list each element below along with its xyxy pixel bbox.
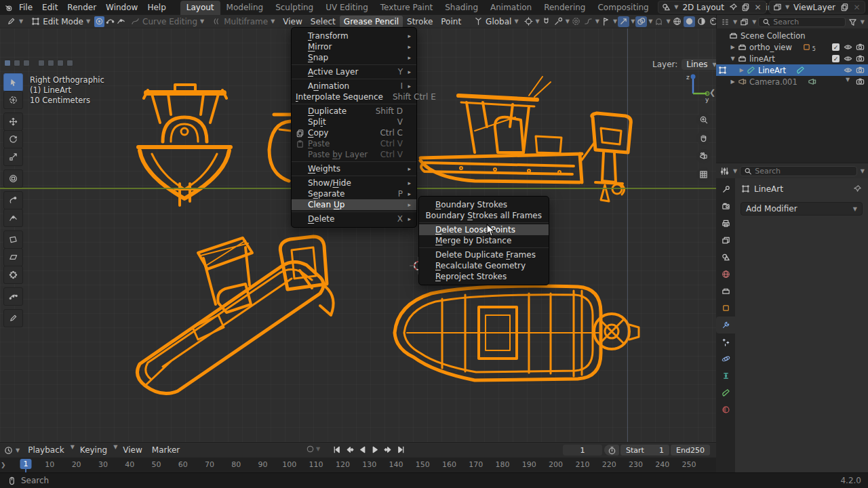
properties-tab-physics[interactable] <box>716 350 735 367</box>
properties-tab-world[interactable] <box>716 266 735 283</box>
tool-radius[interactable] <box>3 209 23 227</box>
blender-logo-icon[interactable] <box>4 3 14 13</box>
menu-item-paste[interactable]: PasteCtrl V <box>292 138 416 149</box>
timeline-menu-playback[interactable]: Playback <box>24 444 68 456</box>
disclosure-triangle[interactable]: ▶ <box>729 44 736 50</box>
checkbox-checked[interactable]: ✓ <box>832 55 840 62</box>
app-menu-file[interactable]: File <box>14 1 37 14</box>
jump-to-start-button[interactable] <box>331 444 342 455</box>
nav-pan-button[interactable] <box>696 131 711 145</box>
scene-selector[interactable]: ▼ 2D Layout ✕ <box>658 1 766 14</box>
tool-annotate[interactable] <box>3 309 23 327</box>
menu-item-boundary-strokes[interactable]: Boundary Strokes <box>419 199 549 210</box>
tool-bend[interactable] <box>3 230 23 249</box>
tool-extrude[interactable] <box>3 191 23 209</box>
shading-material[interactable] <box>696 16 707 27</box>
outliner-row-lineart[interactable]: ▼lineArt✓ <box>716 53 868 64</box>
tool-rotate[interactable] <box>3 130 23 148</box>
snap-magnet[interactable] <box>540 16 552 27</box>
workspace-tab-sculpting[interactable]: Sculpting <box>269 1 319 15</box>
properties-tab-view-layer[interactable] <box>716 232 735 249</box>
workspace-tab-uv-editing[interactable]: UV Editing <box>319 1 374 15</box>
disclosure-triangle[interactable]: ▼ <box>729 56 736 62</box>
outliner-filter-image-icon[interactable] <box>739 17 749 27</box>
eye-visibility-icon[interactable] <box>842 54 853 64</box>
tool-transform[interactable] <box>3 169 23 188</box>
app-menu-render[interactable]: Render <box>62 1 101 14</box>
menu-item-snap[interactable]: Snap▸ <box>292 52 416 63</box>
show-gizmo[interactable] <box>600 16 612 27</box>
properties-search-input[interactable] <box>755 167 853 176</box>
outliner-row-ortho-view[interactable]: ▶ortho_view5✓ <box>716 41 868 53</box>
workspace-tab-modeling[interactable]: Modeling <box>220 1 270 15</box>
timeline-menu-keying[interactable]: Keying <box>76 444 111 456</box>
outliner-row-scene-collection[interactable]: Scene Collection <box>716 30 868 41</box>
previous-keyframe-button[interactable] <box>344 444 355 455</box>
navigation-gizmo[interactable]: z y <box>681 72 711 104</box>
menu-item-clean-up[interactable]: Clean Up▸ <box>292 199 416 210</box>
tool-tweak-select-box[interactable] <box>3 73 23 92</box>
properties-tab-render[interactable] <box>716 198 735 215</box>
close-icon[interactable]: ✕ <box>753 2 763 12</box>
filter-funnel-icon[interactable] <box>848 17 858 27</box>
menu-point[interactable]: Point <box>437 16 465 28</box>
tool-shear[interactable] <box>3 248 23 266</box>
shading-solid[interactable] <box>684 16 695 27</box>
close-icon[interactable]: ✕ <box>852 2 862 12</box>
camera-render-toggle-icon[interactable] <box>854 42 865 52</box>
camera-render-toggle-icon[interactable] <box>854 65 865 75</box>
tool-move[interactable] <box>3 113 23 131</box>
properties-tab-tool[interactable] <box>716 181 735 198</box>
properties-tab-output[interactable] <box>716 215 735 232</box>
editor-type-selector[interactable]: ▼ <box>3 16 26 27</box>
menu-view[interactable]: View <box>279 16 306 28</box>
layer-dropdown[interactable]: Lines ▼ <box>682 59 716 70</box>
menu-item-show-hide[interactable]: Show/Hide▸ <box>292 178 416 188</box>
outliner-row-camera-001[interactable]: ▶Camera.001▼ <box>716 76 868 87</box>
app-menu-window[interactable]: Window <box>101 1 142 14</box>
snap-target[interactable] <box>553 16 564 27</box>
tool-to-sphere[interactable] <box>3 266 23 284</box>
menu-select[interactable]: Select <box>307 16 340 28</box>
pivot-point[interactable] <box>523 16 534 27</box>
menu-item-active-layer[interactable]: Active LayerY▸ <box>292 66 416 77</box>
timeline-expand-chevron[interactable]: ❯ <box>1 462 6 468</box>
timeline-ruler[interactable]: ❯ 1 102030405060708090100110120130140150… <box>0 458 716 473</box>
tool-interpolate[interactable] <box>3 287 23 306</box>
properties-tab-constraints[interactable] <box>716 367 735 384</box>
use-preview-range-button[interactable] <box>604 445 619 455</box>
menu-item-reproject-strokes[interactable]: Reproject Strokes <box>419 271 549 282</box>
properties-tab-effects[interactable] <box>716 333 735 350</box>
overlays-popover[interactable] <box>635 16 647 27</box>
properties-tab-scene[interactable] <box>716 249 735 266</box>
outliner-display-mode-icon[interactable] <box>720 17 730 27</box>
add-modifier-button[interactable]: Add Modifier ▼ <box>741 202 863 216</box>
menu-item-recalculate-geometry[interactable]: Recalculate Geometry <box>419 260 549 271</box>
menu-item-delete-duplicate-frames[interactable]: Delete Duplicate Frames <box>419 249 549 260</box>
nav-camera-view-button[interactable] <box>696 149 711 163</box>
nav-zoom-button[interactable] <box>696 113 711 127</box>
xray-toggle[interactable] <box>653 16 665 27</box>
workspace-tab-animation[interactable]: Animation <box>484 1 538 15</box>
properties-editor-icon[interactable] <box>719 166 730 176</box>
sidebar-collapse-arrow[interactable]: ❮ <box>709 88 715 97</box>
outliner-row-lineart[interactable]: ▶LineArt <box>716 64 868 76</box>
disclosure-triangle[interactable]: ▶ <box>729 79 736 85</box>
mode-selector[interactable]: Edit Mode ▼ <box>27 16 94 27</box>
menu-item-weights[interactable]: Weights▸ <box>292 163 416 174</box>
tool-scale[interactable] <box>3 148 23 166</box>
curve-editing-toggle[interactable]: Curve Editing ▼ <box>127 16 208 27</box>
app-menu-edit[interactable]: Edit <box>37 1 62 14</box>
frame-end-field[interactable]: End 250 <box>671 445 710 455</box>
view-layer-selector[interactable]: ▼ ViewLayer ✕ <box>769 1 865 14</box>
menu-item-split[interactable]: SplitV <box>292 117 416 127</box>
menu-item-transform[interactable]: Transform▸ <box>292 30 416 41</box>
current-frame-field[interactable]: 1 <box>563 445 602 455</box>
properties-tab-collection[interactable] <box>716 283 735 300</box>
checkbox-checked[interactable]: ✓ <box>832 43 840 51</box>
chevron-down-icon[interactable]: ▼ <box>842 77 853 87</box>
properties-tab-object-data[interactable] <box>716 384 735 401</box>
camera-render-toggle-icon[interactable] <box>854 54 865 64</box>
menu-item-merge-by-distance[interactable]: Merge by Distance <box>419 235 549 246</box>
play-reverse-button[interactable] <box>357 444 368 455</box>
